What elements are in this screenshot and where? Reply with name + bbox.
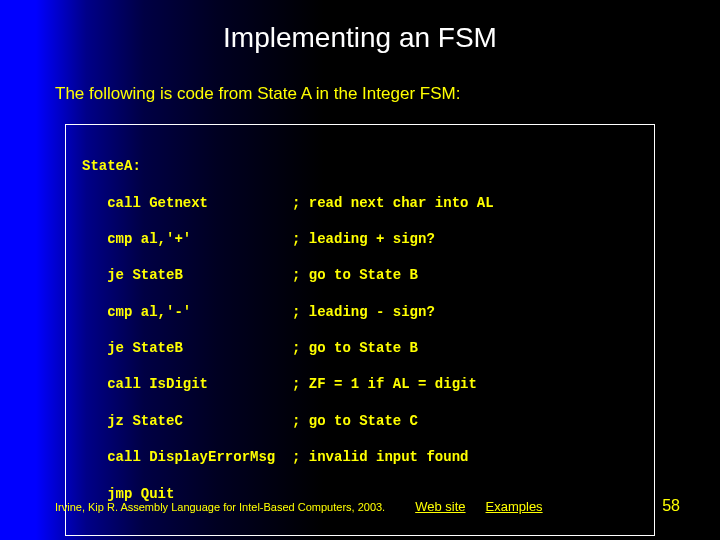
code-left: call DisplayErrorMsg	[82, 448, 292, 466]
code-row: call DisplayErrorMsg; invalid input foun…	[82, 448, 638, 466]
code-right: ; ZF = 1 if AL = digit	[292, 375, 477, 393]
page-number: 58	[662, 497, 680, 515]
code-row: jz StateC; go to State C	[82, 412, 638, 430]
code-row: StateA:	[82, 157, 638, 175]
code-left: je StateB	[82, 266, 292, 284]
code-left: call Getnext	[82, 194, 292, 212]
code-right: ; leading + sign?	[292, 230, 435, 248]
code-right: ; read next char into AL	[292, 194, 494, 212]
code-right: ; go to State C	[292, 412, 418, 430]
code-left: cmp al,'-'	[82, 303, 292, 321]
footer: Irvine, Kip R. Assembly Language for Int…	[55, 497, 680, 515]
code-row: cmp al,'+'; leading + sign?	[82, 230, 638, 248]
examples-link[interactable]: Examples	[486, 499, 543, 514]
intro-text: The following is code from State A in th…	[0, 84, 720, 124]
footer-credit: Irvine, Kip R. Assembly Language for Int…	[55, 501, 385, 513]
code-right: ; go to State B	[292, 339, 418, 357]
code-right: ; invalid input found	[292, 448, 468, 466]
view-line: View the Finite.asm source code.	[0, 536, 720, 540]
code-row: je StateB; go to State B	[82, 339, 638, 357]
slide-title: Implementing an FSM	[0, 0, 720, 84]
code-row: call IsDigit; ZF = 1 if AL = digit	[82, 375, 638, 393]
code-row: call Getnext; read next char into AL	[82, 194, 638, 212]
code-box: StateA: call Getnext; read next char int…	[65, 124, 655, 536]
code-left: call IsDigit	[82, 375, 292, 393]
code-row: je StateB; go to State B	[82, 266, 638, 284]
code-row: cmp al,'-'; leading - sign?	[82, 303, 638, 321]
code-left: cmp al,'+'	[82, 230, 292, 248]
code-left: jz StateC	[82, 412, 292, 430]
code-left: StateA:	[82, 157, 292, 175]
code-right: ; leading - sign?	[292, 303, 435, 321]
code-left: je StateB	[82, 339, 292, 357]
web-site-link[interactable]: Web site	[415, 499, 465, 514]
code-right: ; go to State B	[292, 266, 418, 284]
